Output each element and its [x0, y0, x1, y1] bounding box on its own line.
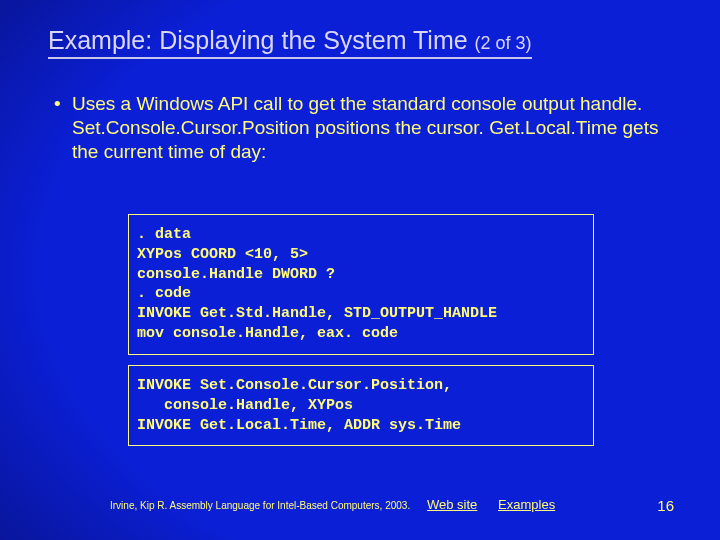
footer: Irvine, Kip R. Assembly Language for Int…: [110, 497, 680, 512]
page-number: 16: [657, 497, 674, 514]
code1-l2: XYPos COORD <10, 5>: [137, 245, 585, 265]
code2-l1: INVOKE Set.Console.Cursor.Position,: [137, 376, 585, 396]
code1-l4: . code: [137, 284, 585, 304]
slide-title: Example: Displaying the System Time (2 o…: [48, 26, 532, 59]
code1-l6: mov console.Handle, eax. code: [137, 324, 585, 344]
code1-l5: INVOKE Get.Std.Handle, STD_OUTPUT_HANDLE: [137, 304, 585, 324]
code2-l2: console.Handle, XYPos: [137, 396, 585, 416]
bullet-text: • Uses a Windows API call to get the sta…: [72, 92, 668, 164]
footer-link-website[interactable]: Web site: [427, 497, 477, 512]
code-block-1: . data XYPos COORD <10, 5> console.Handl…: [128, 214, 594, 355]
bullet-body: Uses a Windows API call to get the stand…: [72, 93, 658, 162]
title-part: (2 of 3): [475, 33, 532, 53]
code1-l1: . data: [137, 225, 585, 245]
title-main: Example: Displaying the System Time: [48, 26, 468, 54]
footer-link-examples[interactable]: Examples: [498, 497, 555, 512]
code2-l3: INVOKE Get.Local.Time, ADDR sys.Time: [137, 416, 585, 436]
slide: Example: Displaying the System Time (2 o…: [0, 0, 720, 540]
code1-l3: console.Handle DWORD ?: [137, 265, 585, 285]
footer-credit: Irvine, Kip R. Assembly Language for Int…: [110, 500, 410, 511]
bullet-dot: •: [54, 92, 61, 116]
code-block-2: INVOKE Set.Console.Cursor.Position, cons…: [128, 365, 594, 446]
